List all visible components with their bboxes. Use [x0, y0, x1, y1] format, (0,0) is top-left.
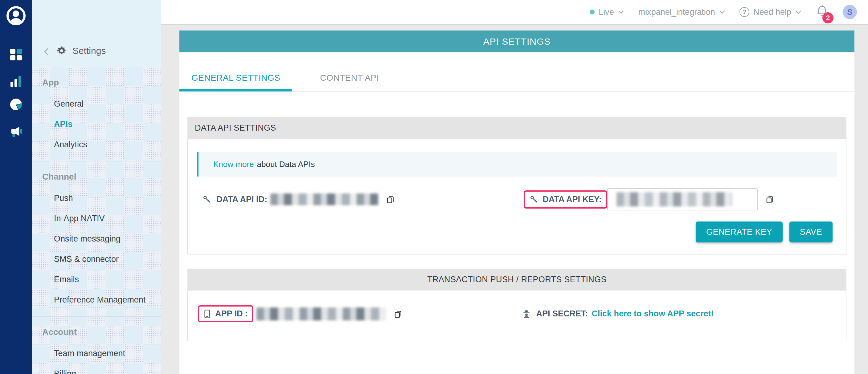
tab-bar: GENERAL SETTINGS CONTENT API [179, 53, 855, 92]
data-api-key-label: DATA API KEY: [543, 195, 602, 204]
transaction-settings-header: TRANSACTION PUSH / REPORTS SETTINGS [187, 269, 846, 291]
notifications-bell[interactable]: 2 [815, 4, 829, 20]
section-label-app: App [42, 78, 161, 88]
show-app-secret-link[interactable]: Click here to show APP secret! [592, 309, 714, 318]
need-help-menu[interactable]: ? Need help [740, 7, 801, 17]
sidebar-item-general[interactable]: General [32, 94, 161, 114]
copy-icon [393, 309, 403, 319]
tab-content-api[interactable]: CONTENT API [292, 73, 407, 91]
key-icon [529, 195, 538, 204]
sidebar-item-inapp-nativ[interactable]: In-App NATIV [32, 208, 161, 229]
generate-key-button[interactable]: GENERATE KEY [696, 222, 783, 242]
app-id-label: APP ID : [215, 309, 248, 318]
tab-general-settings[interactable]: GENERAL SETTINGS [179, 73, 292, 91]
back-chevron-icon[interactable] [42, 47, 51, 56]
section-label-account: Account [42, 327, 161, 337]
copy-data-api-id-button[interactable] [385, 194, 396, 204]
nav-rail [0, 0, 32, 374]
sidebar-item-analytics[interactable]: Analytics [32, 134, 161, 155]
api-settings-card: API SETTINGS GENERAL SETTINGS CONTENT AP… [179, 31, 855, 374]
gear-icon [56, 45, 67, 56]
copy-icon [385, 194, 396, 204]
chevron-down-icon [618, 10, 624, 14]
sidebar-header: Settings [32, 0, 161, 67]
sidebar-item-sms-connector[interactable]: SMS & connector [32, 249, 161, 269]
copy-icon [765, 194, 775, 204]
help-icon: ? [740, 7, 749, 17]
app-id-value-redacted [256, 307, 386, 320]
data-api-id-label: DATA API ID: [216, 195, 267, 204]
live-label: Live [598, 7, 614, 17]
brand-logo-icon[interactable] [6, 6, 26, 25]
pie-chart-icon[interactable] [10, 99, 22, 110]
sidebar-item-billing[interactable]: Billing [32, 364, 161, 374]
project-selector[interactable]: mixpanel_integration [638, 7, 725, 17]
save-button[interactable]: SAVE [789, 222, 833, 242]
environment-selector[interactable]: Live [590, 7, 624, 17]
topbar: Live mixpanel_integration ? Need help 2 … [161, 0, 868, 25]
data-api-settings-section: DATA API SETTINGS Know more about Data A… [187, 117, 846, 254]
sidebar-menu: App General APIs Analytics Channel Push … [32, 67, 161, 374]
know-more-infobox: Know more about Data APIs [197, 152, 837, 176]
phone-icon [204, 309, 211, 318]
key-icon [202, 195, 212, 204]
know-more-link[interactable]: Know more [213, 160, 254, 169]
app-id-highlight: APP ID : [198, 305, 253, 322]
data-api-key-highlight: DATA API KEY: [524, 191, 608, 209]
transaction-settings-section: TRANSACTION PUSH / REPORTS SETTINGS APP … [187, 269, 846, 341]
sidebar-item-team-management[interactable]: Team management [32, 343, 161, 364]
secret-icon [522, 309, 531, 319]
data-api-id-value-redacted [270, 194, 378, 205]
project-name: mixpanel_integration [638, 7, 715, 17]
settings-sidebar: Settings App General APIs Analytics Chan… [32, 0, 161, 374]
analytics-bars-icon[interactable] [10, 76, 21, 87]
sidebar-item-push[interactable]: Push [32, 188, 161, 208]
notification-count-badge: 2 [823, 12, 834, 24]
copy-data-api-key-button[interactable] [765, 194, 775, 204]
section-label-channel: Channel [42, 172, 161, 182]
sidebar-title: Settings [72, 45, 106, 56]
data-api-settings-header: DATA API SETTINGS [187, 117, 846, 139]
chevron-down-icon [719, 10, 725, 14]
megaphone-icon[interactable] [9, 125, 23, 139]
sidebar-item-emails[interactable]: Emails [32, 269, 161, 290]
user-avatar[interactable]: S [843, 5, 857, 19]
sidebar-item-preference-management[interactable]: Preference Management [32, 290, 161, 310]
page-title-banner: API SETTINGS [179, 31, 855, 53]
need-help-label: Need help [753, 7, 791, 17]
data-api-key-input[interactable] [607, 188, 758, 210]
sidebar-item-apis[interactable]: APIs [32, 114, 161, 134]
chevron-down-icon [795, 10, 801, 14]
data-api-key-value-redacted [617, 192, 732, 206]
sidebar-item-onsite-messaging[interactable]: Onsite messaging [32, 229, 161, 249]
copy-app-id-button[interactable] [393, 309, 403, 319]
info-text: about Data APIs [257, 160, 315, 169]
live-status-dot [590, 9, 595, 14]
api-secret-label: API SECRET: [536, 309, 588, 318]
apps-grid-icon[interactable] [10, 49, 22, 60]
